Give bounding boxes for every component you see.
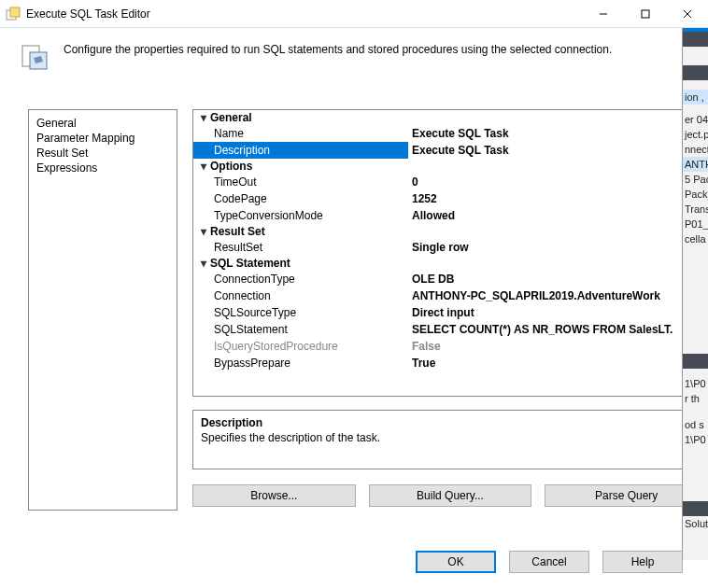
property-label: IsQueryStoredProcedure	[193, 338, 408, 355]
chevron-down-icon: ▾	[197, 225, 210, 238]
title-bar: Execute SQL Task Editor	[0, 0, 708, 28]
dialog-footer: OK Cancel Help	[416, 551, 683, 573]
property-grid[interactable]: ▾ General Name Execute SQL Task Descript…	[192, 109, 708, 397]
property-value[interactable]: 1252	[408, 190, 707, 207]
category-general[interactable]: ▾ General	[193, 110, 707, 125]
bg-text: 1\P0	[683, 432, 708, 447]
property-label: ResultSet	[193, 239, 408, 256]
nav-item-general[interactable]: General	[29, 116, 177, 131]
bg-text: Solut	[683, 516, 708, 531]
bg-text: ANTH	[683, 157, 708, 172]
property-value[interactable]: Execute SQL Task	[408, 142, 707, 159]
property-row[interactable]: Connection ANTHONY-PC_SQLAPRIL2019.Adven…	[193, 287, 707, 304]
window-title: Execute SQL Task Editor	[26, 7, 582, 21]
bg-text: Pack	[683, 187, 708, 202]
property-row[interactable]: ResultSet Single row	[193, 239, 707, 256]
category-options[interactable]: ▾ Options	[193, 159, 707, 174]
property-value[interactable]: Direct input	[408, 304, 707, 321]
bg-text: er 04	[683, 112, 708, 127]
property-label: Name	[193, 125, 408, 142]
grid-button-row: Browse... Build Query... Parse Query	[192, 484, 708, 507]
maximize-button[interactable]	[624, 0, 666, 27]
svg-rect-3	[642, 10, 649, 18]
description-panel: Description Specifies the description of…	[192, 410, 708, 469]
bg-text: 5 Pac	[683, 172, 708, 187]
navigation-panel: General Parameter Mapping Result Set Exp…	[28, 109, 177, 511]
property-value[interactable]: Single row	[408, 239, 707, 256]
bg-text: Trans	[683, 202, 708, 217]
category-label: General	[210, 111, 252, 124]
background-window-fragment: ion , er 04 ject.p nnect ANTH 5 Pac Pack…	[682, 28, 708, 560]
description-title: Description	[201, 416, 700, 429]
category-label: Options	[210, 160, 252, 173]
header-section: Configure the properties required to run…	[0, 28, 708, 77]
property-label: BypassPrepare	[193, 355, 408, 371]
bg-text: P01_I	[683, 217, 708, 231]
property-row: IsQueryStoredProcedure False	[193, 338, 707, 355]
bg-text: cella	[683, 231, 708, 246]
category-label: Result Set	[210, 225, 265, 238]
property-label: SQLStatement	[193, 321, 408, 338]
property-row[interactable]: Description Execute SQL Task	[193, 142, 707, 159]
bg-text: od s	[683, 417, 708, 432]
property-value[interactable]: OLE DB	[408, 271, 707, 287]
nav-item-expressions[interactable]: Expressions	[29, 161, 177, 175]
nav-item-parameter-mapping[interactable]: Parameter Mapping	[29, 131, 177, 146]
property-value[interactable]: SELECT COUNT(*) AS NR_ROWS FROM SalesLT.	[408, 321, 707, 338]
property-label: Connection	[193, 287, 408, 304]
bg-text: ion ,	[683, 90, 708, 105]
nav-item-result-set[interactable]: Result Set	[29, 146, 177, 161]
ok-button[interactable]: OK	[416, 551, 496, 573]
bg-text: nnect	[683, 142, 708, 157]
property-row[interactable]: TypeConversionMode Allowed	[193, 207, 707, 224]
property-row[interactable]: SQLSourceType Direct input	[193, 304, 707, 321]
property-row[interactable]: ConnectionType OLE DB	[193, 271, 707, 287]
property-value: False	[408, 338, 707, 355]
cancel-button[interactable]: Cancel	[509, 551, 589, 573]
property-value[interactable]: True	[408, 355, 707, 371]
bg-text: ject.p	[683, 127, 708, 142]
category-sql-statement[interactable]: ▾ SQL Statement	[193, 256, 707, 271]
property-label: ConnectionType	[193, 271, 408, 287]
svg-rect-1	[10, 7, 20, 17]
description-text: Specifies the description of the task.	[201, 431, 700, 444]
property-label: TimeOut	[193, 174, 408, 190]
category-result-set[interactable]: ▾ Result Set	[193, 224, 707, 239]
close-button[interactable]	[666, 0, 708, 27]
property-label: CodePage	[193, 190, 408, 207]
browse-button[interactable]: Browse...	[192, 484, 356, 507]
chevron-down-icon: ▾	[197, 160, 210, 173]
build-query-button[interactable]: Build Query...	[369, 484, 532, 507]
task-icon	[19, 41, 49, 71]
property-value[interactable]: ANTHONY-PC_SQLAPRIL2019.AdventureWork	[408, 287, 707, 304]
property-label: Description	[193, 142, 408, 159]
help-button[interactable]: Help	[602, 551, 683, 573]
property-row[interactable]: BypassPrepare True	[193, 355, 707, 371]
property-value[interactable]: Execute SQL Task	[408, 125, 707, 142]
property-value[interactable]: Allowed	[408, 207, 707, 224]
property-row[interactable]: CodePage 1252	[193, 190, 707, 207]
chevron-down-icon: ▾	[197, 111, 210, 124]
minimize-button[interactable]	[582, 0, 624, 27]
property-row[interactable]: Name Execute SQL Task	[193, 125, 707, 142]
app-icon	[6, 7, 21, 21]
property-label: TypeConversionMode	[193, 207, 408, 224]
property-value[interactable]: 0	[408, 174, 707, 190]
category-label: SQL Statement	[210, 257, 290, 270]
chevron-down-icon: ▾	[197, 257, 210, 270]
header-description: Configure the properties required to run…	[64, 41, 689, 56]
property-label: SQLSourceType	[193, 304, 408, 321]
property-row[interactable]: SQLStatement SELECT COUNT(*) AS NR_ROWS …	[193, 321, 707, 338]
property-row[interactable]: TimeOut 0	[193, 174, 707, 190]
bg-text: r th	[683, 391, 708, 406]
bg-text: 1\P0	[683, 376, 708, 391]
